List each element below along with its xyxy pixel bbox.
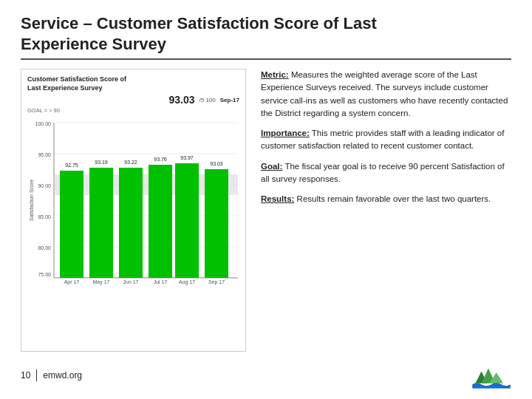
importance-label: Importance: [261, 129, 310, 137]
goal-block: Goal: The fiscal year goal is to receive… [261, 160, 511, 186]
svg-text:May 17: May 17 [93, 279, 110, 285]
svg-rect-28 [175, 163, 199, 278]
goal-text: The fiscal year goal is to receive 90 pe… [261, 162, 505, 183]
svg-text:92.75: 92.75 [65, 163, 78, 168]
svg-text:85.00: 85.00 [38, 214, 51, 219]
svg-rect-25 [149, 165, 172, 278]
svg-rect-31 [205, 169, 228, 278]
results-text: Results remain favorable over the last t… [294, 194, 491, 203]
svg-text:93.19: 93.19 [95, 160, 108, 165]
title-section: Service – Customer Satisfaction Score of… [21, 13, 511, 54]
emwd-logo [471, 362, 511, 389]
svg-text:80.00: 80.00 [38, 245, 51, 250]
svg-text:Satisfaction Score: Satisfaction Score [29, 180, 34, 222]
svg-text:93.03: 93.03 [210, 161, 223, 166]
svg-text:90.00: 90.00 [38, 183, 51, 188]
website: emwd.org [43, 370, 82, 381]
results-label: Results: [261, 194, 294, 203]
chart-container: Customer Satisfaction Score of Last Expe… [21, 69, 246, 352]
metric-label: Metric: [261, 70, 289, 79]
svg-rect-16 [60, 171, 83, 278]
svg-text:Apr 17: Apr 17 [64, 279, 80, 285]
page-number: 10 [21, 370, 30, 381]
svg-rect-22 [119, 168, 143, 278]
svg-text:95.00: 95.00 [38, 152, 51, 157]
footer-left: 10 emwd.org [21, 369, 82, 381]
goal-label: GOAL = > 90 [27, 107, 239, 114]
svg-text:Aug 17: Aug 17 [179, 279, 195, 285]
svg-text:100.00: 100.00 [35, 121, 52, 126]
svg-text:75.00: 75.00 [38, 272, 51, 277]
results-block: Results: Results remain favorable over t… [261, 193, 511, 205]
svg-text:93.97: 93.97 [180, 155, 194, 160]
text-panel: Metric: Measures the weighted average sc… [261, 69, 511, 352]
metric-block: Metric: Measures the weighted average sc… [261, 69, 511, 120]
svg-text:93.22: 93.22 [124, 160, 137, 165]
chart-svg: 100.00 95.00 90.00 85.00 80.00 75.00 Sat… [27, 115, 239, 347]
title-divider [21, 58, 511, 60]
svg-text:Sep 17: Sep 17 [208, 279, 225, 285]
current-score: 93.03 [168, 94, 194, 106]
footer: 10 emwd.org [21, 359, 511, 389]
svg-text:Jun 17: Jun 17 [123, 279, 138, 284]
page: Service – Customer Satisfaction Score of… [0, 0, 532, 399]
svg-text:93.76: 93.76 [154, 157, 167, 162]
goal-label: Goal: [261, 162, 282, 171]
chart-title: Customer Satisfaction Score of Last Expe… [27, 75, 239, 92]
content-row: Customer Satisfaction Score of Last Expe… [21, 69, 511, 352]
svg-text:Jul 17: Jul 17 [154, 279, 168, 284]
chart-score-box: 93.03 /5 100 Sep-17 [27, 94, 239, 106]
page-title: Service – Customer Satisfaction Score of… [21, 13, 511, 54]
footer-divider [36, 369, 37, 381]
score-out-of: /5 100 [200, 97, 216, 103]
score-date: Sep-17 [220, 97, 239, 103]
metric-text: Measures the weighted average score of t… [261, 70, 508, 117]
importance-block: Importance: This metric provides staff w… [261, 127, 511, 153]
svg-rect-19 [89, 168, 113, 278]
